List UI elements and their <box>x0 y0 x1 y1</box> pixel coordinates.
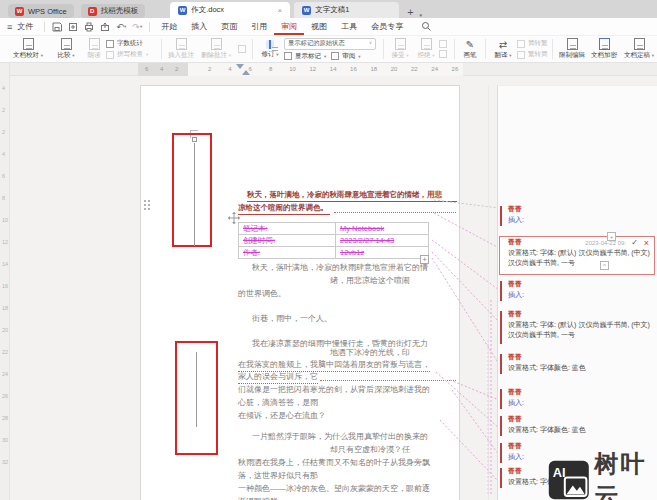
revision-bubble[interactable]: 香香设置格式: 字体颜色: 蓝色 <box>500 352 654 378</box>
redo-icon[interactable]: ↷▾ <box>131 21 143 33</box>
menu-item-视图[interactable]: 视图 <box>304 19 334 35</box>
vertical-line-shape-1[interactable] <box>194 143 195 246</box>
wps-logo-icon: W <box>15 7 24 16</box>
tab-label: 文字文稿1 <box>315 5 349 15</box>
document-text-line: 落，这世界好似只有那 <box>238 470 318 481</box>
tab-label: 作文.docx <box>191 5 224 15</box>
print-icon[interactable] <box>83 21 95 33</box>
ruler-number: 10 <box>2 217 8 223</box>
ruler-number: 10 <box>289 66 296 72</box>
table-row: 笔记本:My Notebook <box>239 223 429 235</box>
menu-item-页面[interactable]: 页面 <box>214 19 244 35</box>
revision-bubble[interactable]: 香香设置格式: 字体颜色: 蓝色 <box>500 414 654 440</box>
accept-button[interactable]: 接受 ▾ <box>387 36 413 62</box>
annotation-rect-1 <box>172 133 212 247</box>
show-markup-button[interactable]: 显示标记 ▾ <box>284 52 326 61</box>
drag-handle-icon[interactable] <box>144 200 150 210</box>
simp-to-trad-button[interactable]: 简转繁 <box>517 39 549 48</box>
first-line-indent-marker[interactable] <box>236 64 244 69</box>
search-icon[interactable] <box>420 21 432 33</box>
revision-bubble[interactable]: 香香插入: <box>500 279 654 305</box>
ruler-number: 2 <box>175 66 178 72</box>
window-tab-bar: W WPS Office D 找稻壳模板 W 作文.docx × W 文字文稿1… <box>0 0 657 18</box>
compare-button[interactable]: 比较 ▾ <box>50 36 82 62</box>
table-row: 作者:12vb1z <box>239 247 429 259</box>
menu-item-引用[interactable]: 引用 <box>244 19 274 35</box>
pen-button[interactable]: ✎ 画笔 <box>458 36 482 62</box>
revision-bubble[interactable]: 香香插入: <box>500 204 654 230</box>
spell-check-button[interactable]: 拼写检查 ▾ <box>106 50 158 59</box>
document-text-line: 地洒下冰冷的光线，印 <box>330 347 410 358</box>
tab-docer-templates[interactable]: D 找稻壳模板 <box>81 4 146 18</box>
ruler-number: 16 <box>350 66 357 72</box>
metadata-table[interactable]: 笔记本:My Notebook创建时间:2023/2/27 14:43作者:12… <box>238 222 429 259</box>
document-text-line: 一片黯然浮于眼眸，为什么我用真挚付出的换来的 <box>252 431 428 442</box>
delete-comment-button[interactable]: 删除批注 ▾ <box>197 36 235 62</box>
doc-proof-button[interactable]: 文档校对 ▾ <box>6 36 50 62</box>
hamburger-icon[interactable]: ≡ <box>7 22 12 32</box>
document-text-line: 秋天，落叶满地，冷寂的秋雨肆意地宣泄着它的情 <box>252 262 428 273</box>
document-text-line: 一种颜色——冰冷的灰色。望向灰蒙蒙的天空，眼前逐 <box>238 483 430 494</box>
restrict-edit-button[interactable]: 限制编辑 <box>556 36 588 62</box>
reject-change-icon[interactable]: × <box>644 238 649 248</box>
undo-icon[interactable]: ↶▾ <box>115 21 127 33</box>
trad-to-simp-button[interactable]: 繁转简 <box>517 50 549 59</box>
menu-item-工具[interactable]: 工具 <box>334 19 364 35</box>
next-comment-button[interactable] <box>235 36 249 62</box>
document-text-line: 渐泪眼朦胧。 <box>238 496 286 500</box>
revision-bubble[interactable]: 香香插入: <box>500 387 654 413</box>
bubble-timestamp: 2023-04-22 09: <box>585 240 626 246</box>
markup-state-dropdown[interactable]: 显示标记的原始状态˅ <box>284 38 376 50</box>
menu-item-审阅[interactable]: 审阅 <box>274 19 304 35</box>
bubble-author: 香香 <box>508 466 522 476</box>
word-count-button[interactable]: 字数统计 <box>106 39 158 48</box>
shape-selection-handle[interactable] <box>192 137 197 142</box>
ruler-number: 24 <box>2 371 8 377</box>
watermark: AI 树叶云 <box>548 448 657 500</box>
ruler-number: 22 <box>2 349 8 355</box>
doc-encrypt-button[interactable]: 文档加密 <box>588 36 620 62</box>
save-icon[interactable] <box>51 21 63 33</box>
share-icon[interactable] <box>99 21 111 33</box>
export-icon[interactable] <box>67 21 79 33</box>
doc-finalize-button[interactable]: 文档定稿 ▾ <box>620 36 657 62</box>
document-text-line: 心脏，滴滴答答，是雨 <box>238 397 318 408</box>
revision-bubble[interactable]: 香香2023-04-22 09:✓×+^设置格式: 字体: (默认) 汉仪尚巍手… <box>499 236 655 275</box>
insert-comment-button[interactable]: 插入批注 <box>165 36 197 62</box>
table-row: 创建时间:2023/2/27 14:43 <box>239 235 429 247</box>
horizontal-ruler[interactable]: 6422468101214161820222426 <box>10 63 657 76</box>
read-aloud-button[interactable]: 朗读 <box>82 36 106 62</box>
ruler-number: 14 <box>330 66 337 72</box>
bubble-author: 香香 <box>508 387 522 397</box>
new-tab-icon[interactable]: + <box>407 6 413 18</box>
tab-document-2[interactable]: W 文字文稿1 <box>294 2 399 18</box>
menu-item-会员专享[interactable]: 会员专享 <box>364 19 410 35</box>
bubble-text: 插入: <box>508 398 651 408</box>
vertical-ruler[interactable]: 422468101214161820222426283032 <box>0 63 10 500</box>
menu-item-插入[interactable]: 插入 <box>184 19 214 35</box>
bubble-handle-icon[interactable]: + <box>607 232 616 241</box>
bubble-text: 插入: <box>508 215 651 225</box>
menu-item-开始[interactable]: 开始 <box>154 19 184 35</box>
close-icon[interactable]: × <box>277 6 282 15</box>
reject-button[interactable]: 拒绝 ▾ <box>413 36 439 62</box>
vertical-line-shape-2[interactable] <box>196 352 197 427</box>
accept-change-icon[interactable]: ✓ <box>631 238 638 247</box>
revision-dotted-line <box>320 380 456 381</box>
document-text-line: 在倾诉，还是心在流血？ <box>238 410 326 421</box>
tab-document-active[interactable]: W 作文.docx × <box>170 2 290 18</box>
revision-bubble[interactable]: 香香设置格式: 字体: (默认) 汉仪尚巍手书简, (中文) 汉仪尚巍手书简, … <box>500 309 654 348</box>
menu-file[interactable]: 文件 <box>15 19 40 35</box>
next-change-icon[interactable] <box>439 50 447 58</box>
reviewers-button[interactable]: 审阅 ▾ <box>331 52 360 61</box>
table-cell: My Notebook <box>336 223 429 235</box>
document-canvas: 秋天，落叶满地，冷寂的秋雨肆意地宣泄着它的情绪，用悲 凉给这个喧闹的世界调色。 … <box>10 76 497 500</box>
revision-pane[interactable]: 香香插入:香香2023-04-22 09:✓×+^设置格式: 字体: (默认) … <box>497 85 657 500</box>
tab-wps-home[interactable]: W WPS Office <box>8 4 74 18</box>
divider <box>485 39 486 59</box>
translate-button[interactable]: ⇄ 翻译 ▾ <box>489 36 517 62</box>
doc-proof-icon <box>23 38 34 50</box>
track-changes-button[interactable]: 修订 ▾ <box>256 36 284 62</box>
ruler-number: 6 <box>2 173 5 179</box>
previous-change-icon[interactable] <box>439 40 447 48</box>
